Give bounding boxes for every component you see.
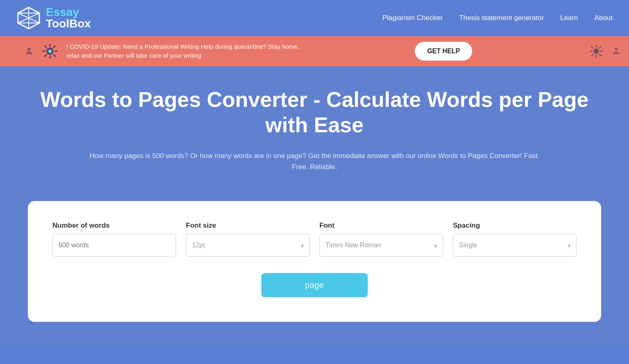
spacing-field-group: Spacing Single › [453, 222, 577, 257]
virus-icon-right [588, 43, 604, 59]
person-icon-right [612, 47, 621, 56]
banner-text: ! COVID-19 Update: Need a Professional W… [66, 42, 299, 61]
converter-card: Number of words Font size 12pt › Font Ti… [28, 201, 601, 322]
svg-point-12 [49, 57, 51, 59]
svg-point-30 [590, 50, 591, 52]
convert-button[interactable]: page [261, 273, 368, 297]
font-size-value: 12pt [192, 242, 301, 249]
svg-point-28 [595, 45, 597, 46]
logo-icon [16, 6, 41, 30]
svg-point-18 [44, 55, 46, 57]
font-chevron-icon: › [434, 241, 437, 250]
svg-point-14 [56, 50, 57, 52]
svg-point-16 [54, 55, 56, 57]
banner-left: ! COVID-19 Update: Need a Professional W… [25, 42, 299, 61]
button-row: page [52, 273, 577, 297]
svg-point-35 [591, 55, 592, 57]
svg-point-11 [49, 44, 51, 45]
font-value: Times New Roman [326, 242, 434, 249]
nav-about[interactable]: About [595, 14, 613, 22]
svg-point-2 [48, 50, 52, 53]
svg-point-0 [27, 48, 30, 51]
font-size-label: Font size [186, 222, 310, 230]
font-label: Font [319, 222, 443, 230]
words-label: Number of words [52, 222, 176, 230]
font-size-field-group: Font size 12pt › [186, 222, 310, 257]
svg-point-32 [591, 46, 592, 47]
covid-banner: ! COVID-19 Update: Need a Professional W… [0, 36, 629, 66]
virus-icon [42, 43, 58, 59]
converter-section: Number of words Font size 12pt › Font Ti… [0, 189, 629, 346]
logo-essay: Essay [46, 7, 91, 18]
svg-point-36 [615, 48, 618, 51]
words-input[interactable] [59, 242, 170, 249]
svg-point-29 [595, 57, 597, 58]
hero-section: Words to Pages Converter - Calculate Wor… [0, 66, 629, 189]
nav-learn[interactable]: Learn [560, 14, 578, 22]
nav-plagiarism[interactable]: Plagiarism Checker [382, 14, 443, 22]
font-select[interactable]: Times New Roman › [319, 234, 443, 257]
font-size-select[interactable]: 12pt › [186, 234, 310, 257]
hero-description: How many pages is 500 words? Or how many… [89, 150, 540, 172]
logo-link[interactable]: Essay ToolBox [16, 6, 91, 30]
fields-row: Number of words Font size 12pt › Font Ti… [52, 222, 577, 257]
svg-point-33 [600, 55, 602, 57]
logo-toolbox: ToolBox [46, 18, 91, 29]
svg-point-19 [594, 49, 599, 54]
header: Essay ToolBox Plagiarism Checker Thesis … [0, 0, 629, 36]
spacing-select[interactable]: Single › [453, 234, 577, 257]
words-field-group: Number of words [52, 222, 176, 257]
svg-point-13 [43, 50, 44, 52]
person-icon-left [25, 47, 34, 56]
get-help-button[interactable]: GET HELP [415, 42, 472, 61]
hero-title: Words to Pages Converter - Calculate Wor… [33, 87, 596, 138]
svg-point-34 [600, 46, 602, 47]
main-nav: Plagiarism Checker Thesis statement gene… [382, 14, 613, 22]
font-field-group: Font Times New Roman › [319, 222, 443, 257]
logo-text: Essay ToolBox [46, 7, 91, 29]
font-size-chevron-icon: › [301, 241, 303, 250]
svg-point-17 [54, 45, 56, 47]
svg-point-31 [602, 50, 603, 52]
spacing-label: Spacing [453, 222, 577, 230]
spacing-chevron-icon: › [568, 241, 570, 250]
nav-thesis[interactable]: Thesis statement generator [459, 14, 544, 22]
spacing-value: Single [459, 242, 568, 249]
svg-point-15 [44, 45, 46, 47]
words-input-wrapper [52, 234, 176, 257]
